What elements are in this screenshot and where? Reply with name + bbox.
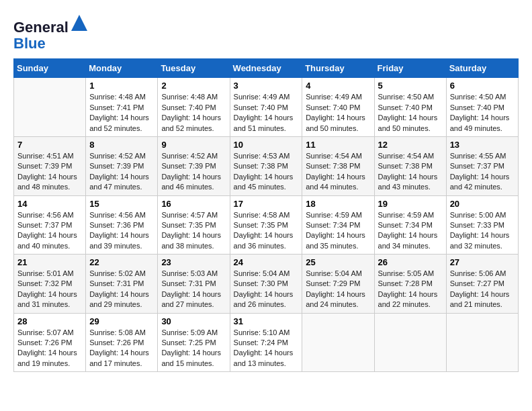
calendar-cell: 19Sunrise: 4:59 AM Sunset: 7:34 PM Dayli… (374, 195, 446, 255)
calendar-cell: 3Sunrise: 4:49 AM Sunset: 7:40 PM Daylig… (230, 78, 302, 137)
day-number: 18 (306, 199, 370, 209)
day-number: 5 (378, 81, 443, 91)
day-info: Sunrise: 5:04 AM Sunset: 7:29 PM Dayligh… (306, 269, 370, 310)
day-info: Sunrise: 5:10 AM Sunset: 7:24 PM Dayligh… (234, 328, 299, 369)
calendar-cell: 24Sunrise: 5:04 AM Sunset: 7:30 PM Dayli… (230, 255, 302, 314)
calendar-cell: 31Sunrise: 5:10 AM Sunset: 7:24 PM Dayli… (230, 313, 302, 372)
day-info: Sunrise: 4:52 AM Sunset: 7:39 PM Dayligh… (161, 151, 226, 193)
day-info: Sunrise: 5:06 AM Sunset: 7:27 PM Dayligh… (450, 269, 515, 310)
page-header: General Blue (13, 13, 519, 52)
day-info: Sunrise: 4:55 AM Sunset: 7:37 PM Dayligh… (450, 151, 515, 193)
day-number: 25 (306, 257, 370, 267)
calendar-cell: 26Sunrise: 5:05 AM Sunset: 7:28 PM Dayli… (374, 255, 446, 314)
calendar-cell: 22Sunrise: 5:02 AM Sunset: 7:31 PM Dayli… (86, 255, 158, 314)
day-number: 24 (234, 257, 299, 267)
day-number: 30 (161, 316, 226, 326)
calendar-cell: 30Sunrise: 5:09 AM Sunset: 7:25 PM Dayli… (158, 313, 230, 372)
calendar-cell: 29Sunrise: 5:08 AM Sunset: 7:26 PM Dayli… (86, 313, 158, 372)
calendar-week-row: 28Sunrise: 5:07 AM Sunset: 7:26 PM Dayli… (14, 313, 519, 372)
day-info: Sunrise: 5:07 AM Sunset: 7:26 PM Dayligh… (17, 328, 82, 369)
day-info: Sunrise: 4:49 AM Sunset: 7:40 PM Dayligh… (234, 92, 299, 134)
calendar-cell: 11Sunrise: 4:54 AM Sunset: 7:38 PM Dayli… (302, 136, 374, 195)
weekday-header-cell: Saturday (446, 59, 518, 78)
day-number: 19 (378, 199, 443, 209)
logo-general-text: General (13, 19, 69, 36)
calendar-cell: 6Sunrise: 4:50 AM Sunset: 7:40 PM Daylig… (446, 78, 518, 137)
weekday-header-cell: Tuesday (158, 59, 230, 78)
day-number: 10 (234, 140, 299, 150)
day-number: 4 (306, 81, 370, 91)
calendar-week-row: 7Sunrise: 4:51 AM Sunset: 7:39 PM Daylig… (14, 136, 519, 195)
calendar-cell: 21Sunrise: 5:01 AM Sunset: 7:32 PM Dayli… (14, 255, 86, 314)
day-info: Sunrise: 5:03 AM Sunset: 7:31 PM Dayligh… (161, 269, 226, 310)
weekday-header-row: SundayMondayTuesdayWednesdayThursdayFrid… (14, 59, 519, 78)
weekday-header-cell: Wednesday (230, 59, 302, 78)
calendar-cell (302, 313, 374, 372)
day-number: 11 (306, 140, 370, 150)
calendar-cell: 7Sunrise: 4:51 AM Sunset: 7:39 PM Daylig… (14, 136, 86, 195)
calendar-cell: 14Sunrise: 4:56 AM Sunset: 7:37 PM Dayli… (14, 195, 86, 255)
day-info: Sunrise: 5:00 AM Sunset: 7:33 PM Dayligh… (450, 210, 515, 252)
day-number: 8 (89, 140, 154, 150)
calendar-cell: 23Sunrise: 5:03 AM Sunset: 7:31 PM Dayli… (158, 255, 230, 314)
day-number: 21 (17, 257, 82, 267)
calendar-cell: 18Sunrise: 4:59 AM Sunset: 7:34 PM Dayli… (302, 195, 374, 255)
calendar-cell: 20Sunrise: 5:00 AM Sunset: 7:33 PM Dayli… (446, 195, 518, 255)
day-info: Sunrise: 4:51 AM Sunset: 7:39 PM Dayligh… (17, 151, 82, 193)
calendar-cell (374, 313, 446, 372)
day-number: 2 (161, 81, 226, 91)
day-number: 28 (17, 316, 82, 326)
calendar-cell: 12Sunrise: 4:54 AM Sunset: 7:38 PM Dayli… (374, 136, 446, 195)
day-info: Sunrise: 4:48 AM Sunset: 7:40 PM Dayligh… (161, 92, 226, 134)
day-info: Sunrise: 4:49 AM Sunset: 7:40 PM Dayligh… (306, 92, 370, 134)
calendar-week-row: 1Sunrise: 4:48 AM Sunset: 7:41 PM Daylig… (14, 78, 519, 137)
calendar-cell: 10Sunrise: 4:53 AM Sunset: 7:38 PM Dayli… (230, 136, 302, 195)
day-info: Sunrise: 5:08 AM Sunset: 7:26 PM Dayligh… (89, 328, 154, 369)
calendar-cell: 4Sunrise: 4:49 AM Sunset: 7:40 PM Daylig… (302, 78, 374, 137)
day-info: Sunrise: 4:56 AM Sunset: 7:36 PM Dayligh… (89, 210, 154, 252)
weekday-header-cell: Thursday (302, 59, 374, 78)
day-info: Sunrise: 4:50 AM Sunset: 7:40 PM Dayligh… (450, 92, 515, 134)
day-number: 14 (17, 199, 82, 209)
day-number: 7 (17, 140, 82, 150)
day-number: 15 (89, 199, 154, 209)
calendar-week-row: 21Sunrise: 5:01 AM Sunset: 7:32 PM Dayli… (14, 255, 519, 314)
day-info: Sunrise: 4:54 AM Sunset: 7:38 PM Dayligh… (378, 151, 443, 193)
day-info: Sunrise: 4:54 AM Sunset: 7:38 PM Dayligh… (306, 151, 370, 193)
calendar-cell: 8Sunrise: 4:52 AM Sunset: 7:39 PM Daylig… (86, 136, 158, 195)
day-info: Sunrise: 5:01 AM Sunset: 7:32 PM Dayligh… (17, 269, 82, 310)
day-info: Sunrise: 4:50 AM Sunset: 7:40 PM Dayligh… (378, 92, 443, 134)
calendar-cell (446, 313, 518, 372)
day-number: 3 (234, 81, 299, 91)
day-info: Sunrise: 5:05 AM Sunset: 7:28 PM Dayligh… (378, 269, 443, 310)
day-number: 27 (450, 257, 515, 267)
weekday-header-cell: Sunday (14, 59, 86, 78)
calendar-body: 1Sunrise: 4:48 AM Sunset: 7:41 PM Daylig… (14, 78, 519, 372)
calendar-cell: 27Sunrise: 5:06 AM Sunset: 7:27 PM Dayli… (446, 255, 518, 314)
day-number: 1 (89, 81, 154, 91)
day-number: 9 (161, 140, 226, 150)
weekday-header-cell: Monday (86, 59, 158, 78)
day-info: Sunrise: 4:59 AM Sunset: 7:34 PM Dayligh… (306, 210, 370, 252)
day-info: Sunrise: 4:58 AM Sunset: 7:35 PM Dayligh… (234, 210, 299, 252)
calendar-cell: 28Sunrise: 5:07 AM Sunset: 7:26 PM Dayli… (14, 313, 86, 372)
day-number: 23 (161, 257, 226, 267)
day-number: 12 (378, 140, 443, 150)
calendar-cell: 15Sunrise: 4:56 AM Sunset: 7:36 PM Dayli… (86, 195, 158, 255)
day-number: 20 (450, 199, 515, 209)
day-info: Sunrise: 4:56 AM Sunset: 7:37 PM Dayligh… (17, 210, 82, 252)
logo-icon (70, 13, 89, 32)
day-info: Sunrise: 4:53 AM Sunset: 7:38 PM Dayligh… (234, 151, 299, 193)
day-number: 31 (234, 316, 299, 326)
day-info: Sunrise: 5:04 AM Sunset: 7:30 PM Dayligh… (234, 269, 299, 310)
calendar-table: SundayMondayTuesdayWednesdayThursdayFrid… (13, 58, 519, 372)
day-number: 6 (450, 81, 515, 91)
calendar-cell: 2Sunrise: 4:48 AM Sunset: 7:40 PM Daylig… (158, 78, 230, 137)
calendar-week-row: 14Sunrise: 4:56 AM Sunset: 7:37 PM Dayli… (14, 195, 519, 255)
calendar-cell (14, 78, 86, 137)
calendar-cell: 1Sunrise: 4:48 AM Sunset: 7:41 PM Daylig… (86, 78, 158, 137)
day-info: Sunrise: 4:57 AM Sunset: 7:35 PM Dayligh… (161, 210, 226, 252)
day-number: 13 (450, 140, 515, 150)
day-info: Sunrise: 4:59 AM Sunset: 7:34 PM Dayligh… (378, 210, 443, 252)
day-info: Sunrise: 5:09 AM Sunset: 7:25 PM Dayligh… (161, 328, 226, 369)
